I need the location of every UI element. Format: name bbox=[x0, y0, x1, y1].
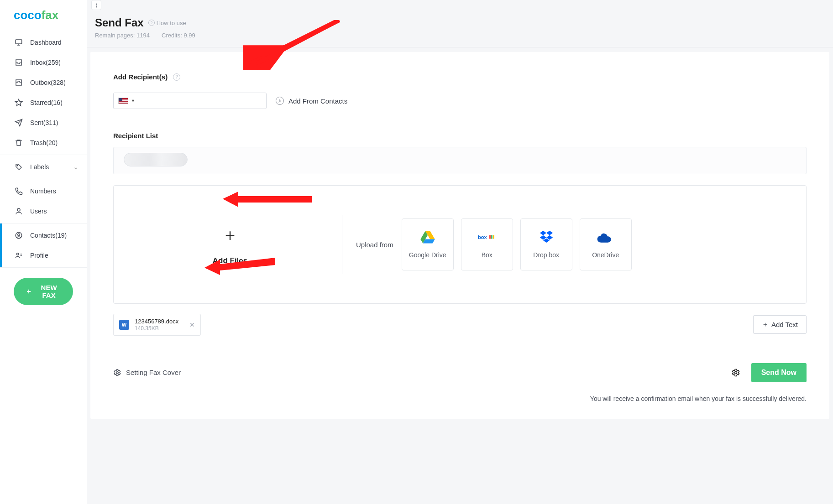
inbox-icon bbox=[15, 58, 23, 67]
main: ⟨ Send Fax ? How to use Remain pages: 11… bbox=[87, 0, 833, 504]
provider-onedrive[interactable]: OneDrive bbox=[580, 218, 632, 270]
send-fax-panel: Add Recipient(s) ? ▼ Add From Contacts R… bbox=[90, 52, 829, 419]
page-title: Send Fax bbox=[95, 16, 144, 29]
credits: Credits: 9.99 bbox=[162, 32, 195, 39]
country-dropdown-caret-icon[interactable]: ▼ bbox=[131, 99, 135, 103]
person-icon bbox=[276, 97, 284, 105]
remove-file-button[interactable]: ✕ bbox=[189, 321, 195, 328]
user-icon bbox=[15, 207, 23, 215]
onedrive-icon bbox=[597, 230, 615, 244]
svg-rect-13 bbox=[489, 235, 491, 239]
svg-marker-7 bbox=[248, 56, 262, 70]
help-icon: ? bbox=[173, 73, 180, 81]
sidebar-item-starred[interactable]: Starred(16) bbox=[0, 93, 87, 113]
google-drive-icon bbox=[419, 230, 437, 244]
sidebar-label: Outbox(328) bbox=[30, 79, 66, 86]
svg-point-17 bbox=[734, 371, 737, 374]
setting-fax-cover-button[interactable]: Setting Fax Cover bbox=[113, 369, 181, 377]
logo: cocofax bbox=[0, 0, 87, 31]
monitor-icon bbox=[15, 38, 23, 47]
gear-icon bbox=[113, 369, 121, 377]
plus-icon: ＋ bbox=[222, 224, 238, 246]
provider-dropbox[interactable]: Drop box bbox=[520, 218, 572, 270]
sidebar-collapse-button[interactable]: ⟨ bbox=[91, 0, 101, 10]
add-files-button[interactable]: ＋ Add Files bbox=[132, 224, 328, 265]
sidebar-label: Starred(16) bbox=[30, 99, 63, 106]
add-from-contacts-button[interactable]: Add From Contacts bbox=[276, 97, 347, 105]
add-recipients-text: Add Recipient(s) bbox=[113, 73, 168, 81]
provider-google-drive[interactable]: Google Drive bbox=[402, 218, 454, 270]
box-icon: box bbox=[478, 230, 496, 244]
sidebar-item-dashboard[interactable]: Dashboard bbox=[0, 32, 87, 52]
plus-icon bbox=[26, 287, 32, 296]
sidebar-item-labels[interactable]: Labels ⌄ bbox=[0, 157, 87, 177]
add-text-button[interactable]: ＋ Add Text bbox=[753, 315, 807, 334]
how-to-use-label: How to use bbox=[157, 20, 186, 26]
sidebar-item-sent[interactable]: Sent(311) bbox=[0, 113, 87, 133]
credits-value: 9.99 bbox=[183, 32, 195, 39]
svg-point-5 bbox=[17, 253, 19, 255]
dropbox-icon bbox=[537, 230, 555, 244]
vertical-divider bbox=[342, 215, 342, 274]
new-fax-label: NEW FAX bbox=[37, 284, 61, 299]
credits-label: Credits: bbox=[162, 32, 182, 39]
provider-box[interactable]: box Box bbox=[461, 218, 513, 270]
send-icon bbox=[15, 119, 23, 127]
page-header: Send Fax ? How to use Remain pages: 1194… bbox=[87, 0, 833, 47]
recipient-input[interactable] bbox=[138, 97, 262, 104]
logo-part1: coco bbox=[14, 8, 42, 22]
sidebar-item-trash[interactable]: Trash(20) bbox=[0, 133, 87, 153]
recipient-input-wrapper[interactable]: ▼ bbox=[113, 93, 267, 109]
profile-icon bbox=[15, 251, 23, 260]
sidebar: cocofax Dashboard Inbox(259) Outbox(328)… bbox=[0, 0, 87, 504]
plus-icon: ＋ bbox=[762, 320, 769, 329]
svg-rect-0 bbox=[16, 40, 22, 44]
sidebar-label: Labels bbox=[30, 163, 49, 171]
svg-point-1 bbox=[17, 165, 18, 166]
provider-label: Google Drive bbox=[409, 251, 446, 259]
sidebar-item-inbox[interactable]: Inbox(259) bbox=[0, 52, 87, 73]
upload-box: ＋ Add Files Upload from Google Drive box bbox=[113, 185, 807, 304]
sidebar-item-outbox[interactable]: Outbox(328) bbox=[0, 73, 87, 93]
contacts-icon bbox=[15, 231, 23, 239]
send-now-button[interactable]: Send Now bbox=[751, 363, 807, 382]
upload-from-label: Upload from bbox=[356, 241, 393, 249]
chevron-down-icon: ⌄ bbox=[73, 163, 79, 171]
new-fax-button[interactable]: NEW FAX bbox=[14, 278, 73, 305]
sidebar-item-users[interactable]: Users bbox=[0, 201, 87, 221]
phone-icon bbox=[15, 187, 23, 195]
sidebar-label: Users bbox=[30, 208, 47, 215]
help-icon: ? bbox=[148, 20, 155, 26]
sidebar-item-profile[interactable]: Profile bbox=[0, 245, 87, 265]
star-icon bbox=[15, 99, 23, 107]
svg-point-3 bbox=[18, 234, 20, 236]
flag-us-icon bbox=[118, 98, 128, 104]
sidebar-label: Dashboard bbox=[30, 39, 62, 46]
add-recipients-label: Add Recipient(s) ? bbox=[113, 73, 807, 81]
sidebar-label: Sent(311) bbox=[30, 119, 58, 126]
doc-type-icon: W bbox=[119, 320, 129, 330]
recipient-list bbox=[113, 147, 807, 174]
confirmation-note: You will receive a confirmation email wh… bbox=[113, 395, 807, 402]
provider-label: Box bbox=[482, 251, 492, 259]
remain-pages: Remain pages: 1194 bbox=[95, 32, 150, 39]
remain-pages-value: 1194 bbox=[136, 32, 150, 39]
trash-icon bbox=[15, 139, 23, 147]
recipient-chip-redacted[interactable] bbox=[124, 153, 188, 166]
add-text-label: Add Text bbox=[771, 321, 798, 328]
settings-button[interactable] bbox=[731, 368, 740, 377]
svg-point-2 bbox=[17, 208, 20, 211]
sidebar-label: Inbox(259) bbox=[30, 59, 61, 66]
provider-label: Drop box bbox=[533, 251, 559, 259]
attached-file-chip[interactable]: W 123456789.docx 140.35KB ✕ bbox=[113, 314, 201, 336]
outbox-icon bbox=[15, 78, 23, 87]
file-name: 123456789.docx bbox=[135, 318, 178, 325]
sidebar-item-contacts[interactable]: Contacts(19) bbox=[0, 225, 87, 245]
svg-rect-15 bbox=[493, 235, 494, 239]
sidebar-label: Numbers bbox=[30, 187, 56, 195]
how-to-use-link[interactable]: ? How to use bbox=[148, 20, 186, 26]
chevron-left-icon: ⟨ bbox=[95, 2, 98, 9]
recipient-list-label: Recipient List bbox=[113, 132, 807, 140]
logo-part2: fax bbox=[42, 8, 59, 22]
sidebar-item-numbers[interactable]: Numbers bbox=[0, 181, 87, 201]
